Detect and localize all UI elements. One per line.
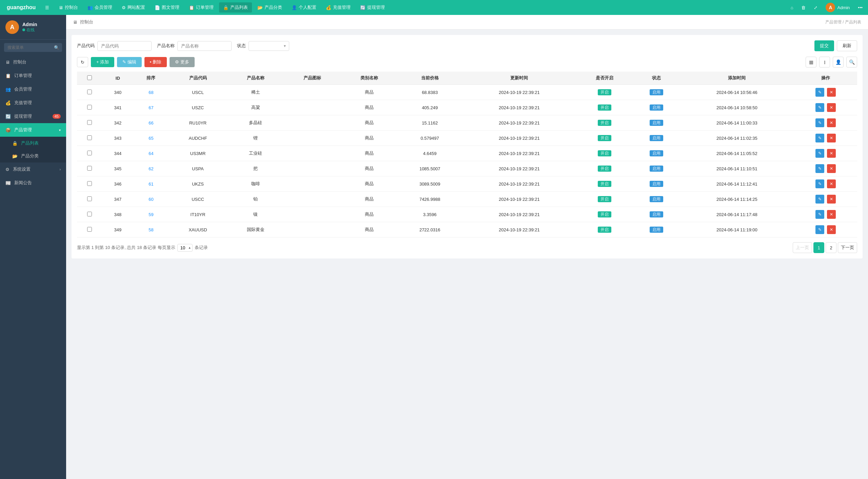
prev-page-btn[interactable]: 上一页 [793,242,812,253]
toolbar-refresh-btn[interactable]: ↻ [77,57,88,67]
edit-btn[interactable]: ✎ [815,179,824,188]
row-checkbox[interactable] [87,120,92,125]
filter-code-input[interactable] [97,41,152,51]
sort-link[interactable]: 59 [149,212,153,217]
sidebar-item-product-category[interactable]: 📂 产品分类 [0,150,66,162]
topnav-order-mgmt[interactable]: 📋 订单管理 [185,2,218,13]
sidebar-item-order-mgmt[interactable]: 📋 订单管理 [0,69,66,82]
topnav-withdraw-mgmt[interactable]: 🔄 提现管理 [356,2,389,13]
delete-btn[interactable]: ✕ [827,225,836,234]
sidebar-item-dashboard[interactable]: 🖥 控制台 [0,55,66,69]
page-btn-1[interactable]: 1 [813,242,824,253]
row-checkbox[interactable] [87,135,92,140]
edit-btn[interactable]: ✎ [815,134,824,142]
delete-btn[interactable]: ✕ [827,134,836,142]
edit-btn[interactable]: ✎ [815,225,824,234]
topnav-site-config[interactable]: ⚙ 网站配置 [118,2,149,13]
topnav-user-profile[interactable]: A Admin [823,1,852,14]
sidebar-item-news[interactable]: 📰 新闻公告 [0,176,66,190]
filter-status-select[interactable] [249,41,289,51]
topnav-trash-btn[interactable]: 🗑 [798,3,808,12]
sort-link[interactable]: 62 [149,166,153,171]
sidebar-item-withdraw-mgmt[interactable]: 🔄 提现管理 45 [0,110,66,123]
row-checkbox[interactable] [87,166,92,171]
filter-submit-btn[interactable]: 提交 [814,40,834,51]
delete-btn[interactable]: ✕ [827,103,836,112]
toolbar-more-btn[interactable]: ⚙ 更多 [170,57,195,67]
topnav-member-mgmt[interactable]: 👥 会员管理 [83,2,116,13]
edit-btn[interactable]: ✎ [815,164,824,173]
toolbar-search-btn[interactable]: 🔍 [846,57,857,68]
sort-link[interactable]: 58 [149,227,153,232]
edit-btn[interactable]: ✎ [815,118,824,127]
toolbar-add-btn[interactable]: + 添加 [91,57,114,67]
delete-btn[interactable]: ✕ [827,210,836,219]
sort-link[interactable]: 60 [149,197,153,202]
filter-refresh-btn[interactable]: 刷新 [837,40,857,51]
sort-link[interactable]: 66 [149,120,153,126]
sort-link[interactable]: 61 [149,181,153,187]
delete-btn[interactable]: ✕ [827,179,836,188]
cell-icon [284,85,340,100]
row-checkbox[interactable] [87,196,92,201]
sidebar-item-product-mgmt[interactable]: 📦 产品管理 ▾ [0,123,66,137]
sidebar-item-product-list[interactable]: 🔒 产品列表 [0,137,66,150]
edit-btn[interactable]: ✎ [815,195,824,204]
edit-btn[interactable]: ✎ [815,149,824,158]
cell-status: 启用 [633,176,680,192]
cell-actions: ✎ ✕ [794,176,857,192]
chevron-down-icon: ▾ [59,128,61,132]
delete-btn[interactable]: ✕ [827,88,836,97]
edit-btn[interactable]: ✎ [815,88,824,97]
topnav-dashboard[interactable]: 🖥 控制台 [55,2,82,13]
row-checkbox[interactable] [87,227,92,232]
pagination-suffix: 条记录 [195,245,208,251]
personal-icon: 👤 [292,5,297,10]
next-page-btn[interactable]: 下一页 [838,242,857,253]
cell-enabled: 开启 [576,115,633,131]
topnav-recharge-mgmt[interactable]: 💰 充值管理 [322,2,355,13]
row-checkbox[interactable] [87,212,92,216]
row-checkbox[interactable] [87,151,92,155]
topnav-menu-toggle[interactable]: ☰ [41,3,53,12]
sidebar-search-input[interactable] [4,43,62,52]
edit-btn[interactable]: ✎ [815,103,824,112]
toolbar-grid-view-btn[interactable]: ▦ [806,57,816,68]
topnav-more-btn[interactable]: ••• [855,3,865,12]
select-all-checkbox[interactable] [87,75,92,80]
trash-icon: 🗑 [801,5,806,10]
sort-link[interactable]: 67 [149,105,153,110]
delete-btn[interactable]: ✕ [827,118,836,127]
sort-link[interactable]: 64 [149,151,153,156]
topnav-personal-config[interactable]: 👤 个人配置 [288,2,320,13]
topnav-product-category[interactable]: 📂 产品分类 [253,2,286,13]
toolbar-user-btn[interactable]: 👤 [833,57,844,68]
cell-code: USCL [169,85,227,100]
toolbar-delete-btn[interactable]: ▪ 删除 [144,57,167,67]
topnav-fullscreen-btn[interactable]: ⤢ [811,3,820,12]
page-btn-2[interactable]: 2 [826,242,836,253]
per-page-select[interactable]: 10 20 50 [177,244,193,252]
sidebar-item-system-settings[interactable]: ⚙ 系统设置 › [0,162,66,176]
row-checkbox[interactable] [87,90,92,94]
delete-btn[interactable]: ✕ [827,164,836,173]
row-checkbox[interactable] [87,181,92,186]
cell-add-time: 2024-06-14 11:14:25 [680,192,794,207]
delete-btn[interactable]: ✕ [827,149,836,158]
topnav-right-actions: ⌂ 🗑 ⤢ A Admin ••• [788,1,865,14]
sort-link[interactable]: 65 [149,136,153,141]
sidebar-item-member-mgmt[interactable]: 👥 会员管理 [0,82,66,96]
topnav-product-list[interactable]: 🔒 产品列表 [219,2,252,13]
sort-link[interactable]: 68 [149,90,153,95]
cell-category: 商品 [341,161,397,176]
row-checkbox[interactable] [87,105,92,110]
toolbar-edit-btn[interactable]: ✎ 编辑 [117,57,142,67]
filter-name-input[interactable] [177,41,232,51]
toolbar-column-btn[interactable]: ⫿ [819,57,830,68]
topnav-article-mgmt[interactable]: 📄 图文管理 [151,2,183,13]
sidebar-item-recharge-mgmt[interactable]: 💰 充值管理 [0,96,66,110]
edit-btn[interactable]: ✎ [815,210,824,219]
topnav-home-btn[interactable]: ⌂ [788,3,796,12]
delete-btn[interactable]: ✕ [827,195,836,204]
cell-price: 405.249 [397,100,462,115]
